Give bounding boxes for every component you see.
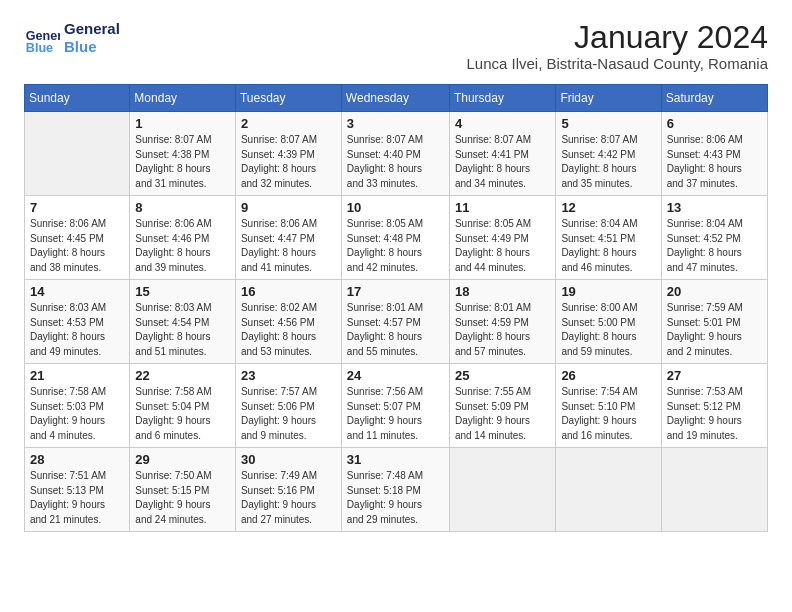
day-number: 11: [455, 200, 550, 215]
day-detail: Sunrise: 8:07 AM Sunset: 4:39 PM Dayligh…: [241, 133, 336, 191]
day-detail: Sunrise: 7:54 AM Sunset: 5:10 PM Dayligh…: [561, 385, 655, 443]
day-detail: Sunrise: 8:07 AM Sunset: 4:42 PM Dayligh…: [561, 133, 655, 191]
calendar-day-cell: 25Sunrise: 7:55 AM Sunset: 5:09 PM Dayli…: [449, 364, 555, 448]
calendar-day-cell: 20Sunrise: 7:59 AM Sunset: 5:01 PM Dayli…: [661, 280, 767, 364]
calendar-day-cell: 27Sunrise: 7:53 AM Sunset: 5:12 PM Dayli…: [661, 364, 767, 448]
calendar-day-cell: 8Sunrise: 8:06 AM Sunset: 4:46 PM Daylig…: [130, 196, 236, 280]
day-detail: Sunrise: 8:07 AM Sunset: 4:38 PM Dayligh…: [135, 133, 230, 191]
col-friday: Friday: [556, 85, 661, 112]
col-thursday: Thursday: [449, 85, 555, 112]
col-sunday: Sunday: [25, 85, 130, 112]
col-monday: Monday: [130, 85, 236, 112]
day-detail: Sunrise: 8:03 AM Sunset: 4:53 PM Dayligh…: [30, 301, 124, 359]
calendar-table: Sunday Monday Tuesday Wednesday Thursday…: [24, 84, 768, 532]
day-number: 5: [561, 116, 655, 131]
calendar-day-cell: [449, 448, 555, 532]
calendar-day-cell: 17Sunrise: 8:01 AM Sunset: 4:57 PM Dayli…: [341, 280, 449, 364]
day-number: 17: [347, 284, 444, 299]
day-detail: Sunrise: 7:57 AM Sunset: 5:06 PM Dayligh…: [241, 385, 336, 443]
calendar-day-cell: 21Sunrise: 7:58 AM Sunset: 5:03 PM Dayli…: [25, 364, 130, 448]
calendar-day-cell: [25, 112, 130, 196]
day-detail: Sunrise: 7:48 AM Sunset: 5:18 PM Dayligh…: [347, 469, 444, 527]
day-number: 27: [667, 368, 762, 383]
calendar-day-cell: 26Sunrise: 7:54 AM Sunset: 5:10 PM Dayli…: [556, 364, 661, 448]
day-detail: Sunrise: 7:53 AM Sunset: 5:12 PM Dayligh…: [667, 385, 762, 443]
day-number: 15: [135, 284, 230, 299]
calendar-day-cell: 5Sunrise: 8:07 AM Sunset: 4:42 PM Daylig…: [556, 112, 661, 196]
calendar-day-cell: 29Sunrise: 7:50 AM Sunset: 5:15 PM Dayli…: [130, 448, 236, 532]
calendar-week-row: 1Sunrise: 8:07 AM Sunset: 4:38 PM Daylig…: [25, 112, 768, 196]
day-number: 14: [30, 284, 124, 299]
day-number: 18: [455, 284, 550, 299]
calendar-day-cell: 13Sunrise: 8:04 AM Sunset: 4:52 PM Dayli…: [661, 196, 767, 280]
calendar-day-cell: [661, 448, 767, 532]
title-block: January 2024 Lunca Ilvei, Bistrita-Nasau…: [466, 20, 768, 72]
day-number: 20: [667, 284, 762, 299]
calendar-week-row: 28Sunrise: 7:51 AM Sunset: 5:13 PM Dayli…: [25, 448, 768, 532]
calendar-day-cell: 12Sunrise: 8:04 AM Sunset: 4:51 PM Dayli…: [556, 196, 661, 280]
day-number: 29: [135, 452, 230, 467]
col-saturday: Saturday: [661, 85, 767, 112]
calendar-day-cell: 4Sunrise: 8:07 AM Sunset: 4:41 PM Daylig…: [449, 112, 555, 196]
calendar-day-cell: 24Sunrise: 7:56 AM Sunset: 5:07 PM Dayli…: [341, 364, 449, 448]
day-number: 25: [455, 368, 550, 383]
day-number: 10: [347, 200, 444, 215]
calendar-day-cell: 22Sunrise: 7:58 AM Sunset: 5:04 PM Dayli…: [130, 364, 236, 448]
calendar-day-cell: 30Sunrise: 7:49 AM Sunset: 5:16 PM Dayli…: [235, 448, 341, 532]
day-number: 31: [347, 452, 444, 467]
day-number: 6: [667, 116, 762, 131]
day-number: 3: [347, 116, 444, 131]
day-detail: Sunrise: 8:06 AM Sunset: 4:45 PM Dayligh…: [30, 217, 124, 275]
calendar-day-cell: [556, 448, 661, 532]
calendar-day-cell: 18Sunrise: 8:01 AM Sunset: 4:59 PM Dayli…: [449, 280, 555, 364]
calendar-week-row: 21Sunrise: 7:58 AM Sunset: 5:03 PM Dayli…: [25, 364, 768, 448]
day-detail: Sunrise: 7:58 AM Sunset: 5:03 PM Dayligh…: [30, 385, 124, 443]
day-detail: Sunrise: 7:51 AM Sunset: 5:13 PM Dayligh…: [30, 469, 124, 527]
day-number: 12: [561, 200, 655, 215]
calendar-subtitle: Lunca Ilvei, Bistrita-Nasaud County, Rom…: [466, 55, 768, 72]
day-detail: Sunrise: 7:55 AM Sunset: 5:09 PM Dayligh…: [455, 385, 550, 443]
calendar-day-cell: 7Sunrise: 8:06 AM Sunset: 4:45 PM Daylig…: [25, 196, 130, 280]
day-detail: Sunrise: 7:49 AM Sunset: 5:16 PM Dayligh…: [241, 469, 336, 527]
day-number: 30: [241, 452, 336, 467]
day-detail: Sunrise: 7:58 AM Sunset: 5:04 PM Dayligh…: [135, 385, 230, 443]
day-number: 1: [135, 116, 230, 131]
day-number: 21: [30, 368, 124, 383]
calendar-day-cell: 11Sunrise: 8:05 AM Sunset: 4:49 PM Dayli…: [449, 196, 555, 280]
day-detail: Sunrise: 8:06 AM Sunset: 4:46 PM Dayligh…: [135, 217, 230, 275]
day-detail: Sunrise: 8:01 AM Sunset: 4:59 PM Dayligh…: [455, 301, 550, 359]
col-tuesday: Tuesday: [235, 85, 341, 112]
calendar-week-row: 14Sunrise: 8:03 AM Sunset: 4:53 PM Dayli…: [25, 280, 768, 364]
day-number: 8: [135, 200, 230, 215]
day-detail: Sunrise: 7:56 AM Sunset: 5:07 PM Dayligh…: [347, 385, 444, 443]
calendar-day-cell: 14Sunrise: 8:03 AM Sunset: 4:53 PM Dayli…: [25, 280, 130, 364]
day-number: 24: [347, 368, 444, 383]
day-number: 26: [561, 368, 655, 383]
day-detail: Sunrise: 8:07 AM Sunset: 4:40 PM Dayligh…: [347, 133, 444, 191]
calendar-title: January 2024: [466, 20, 768, 55]
day-number: 9: [241, 200, 336, 215]
day-number: 19: [561, 284, 655, 299]
logo: General Blue General Blue: [24, 20, 120, 56]
calendar-day-cell: 28Sunrise: 7:51 AM Sunset: 5:13 PM Dayli…: [25, 448, 130, 532]
day-detail: Sunrise: 8:06 AM Sunset: 4:43 PM Dayligh…: [667, 133, 762, 191]
day-detail: Sunrise: 8:07 AM Sunset: 4:41 PM Dayligh…: [455, 133, 550, 191]
logo-text-general: General: [64, 20, 120, 38]
day-detail: Sunrise: 8:00 AM Sunset: 5:00 PM Dayligh…: [561, 301, 655, 359]
page-header: General Blue General Blue January 2024 L…: [24, 20, 768, 72]
calendar-header-row: Sunday Monday Tuesday Wednesday Thursday…: [25, 85, 768, 112]
calendar-day-cell: 19Sunrise: 8:00 AM Sunset: 5:00 PM Dayli…: [556, 280, 661, 364]
calendar-day-cell: 31Sunrise: 7:48 AM Sunset: 5:18 PM Dayli…: [341, 448, 449, 532]
logo-text-blue: Blue: [64, 38, 120, 56]
calendar-day-cell: 16Sunrise: 8:02 AM Sunset: 4:56 PM Dayli…: [235, 280, 341, 364]
calendar-week-row: 7Sunrise: 8:06 AM Sunset: 4:45 PM Daylig…: [25, 196, 768, 280]
day-detail: Sunrise: 8:04 AM Sunset: 4:52 PM Dayligh…: [667, 217, 762, 275]
calendar-day-cell: 15Sunrise: 8:03 AM Sunset: 4:54 PM Dayli…: [130, 280, 236, 364]
day-number: 7: [30, 200, 124, 215]
day-detail: Sunrise: 8:04 AM Sunset: 4:51 PM Dayligh…: [561, 217, 655, 275]
day-number: 4: [455, 116, 550, 131]
day-detail: Sunrise: 8:02 AM Sunset: 4:56 PM Dayligh…: [241, 301, 336, 359]
calendar-day-cell: 2Sunrise: 8:07 AM Sunset: 4:39 PM Daylig…: [235, 112, 341, 196]
day-number: 13: [667, 200, 762, 215]
day-number: 23: [241, 368, 336, 383]
